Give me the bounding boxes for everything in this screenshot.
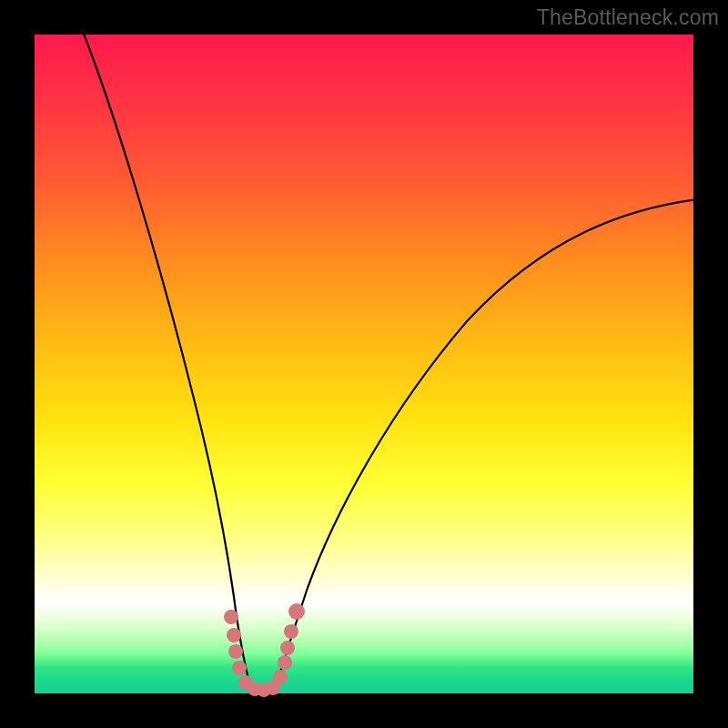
marker-dot	[288, 603, 305, 620]
curve-left	[82, 29, 251, 688]
marker-dot	[280, 641, 295, 655]
marker-dot	[273, 670, 288, 684]
curve-right	[275, 198, 705, 688]
marker-dot	[227, 628, 241, 642]
marker-group	[224, 603, 305, 697]
marker-dot	[224, 610, 238, 624]
chart-svg	[35, 35, 693, 693]
marker-dot	[232, 661, 247, 675]
marker-dot	[228, 644, 243, 659]
marker-dot	[284, 624, 298, 639]
marker-dot	[278, 655, 292, 670]
watermark-label: TheBottleneck.com	[537, 5, 719, 30]
chart-frame: TheBottleneck.com	[0, 0, 728, 728]
